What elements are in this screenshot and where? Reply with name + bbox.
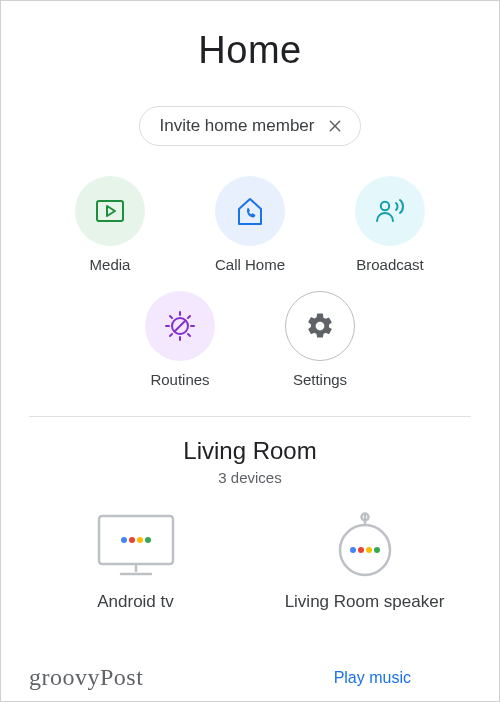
action-call-home[interactable]: Call Home	[200, 176, 300, 273]
call-home-icon	[215, 176, 285, 246]
svg-point-16	[129, 537, 135, 543]
device-android-tv[interactable]: Android tv	[36, 512, 236, 612]
invite-home-member-chip[interactable]: Invite home member	[139, 106, 362, 146]
svg-point-1	[381, 202, 389, 210]
device-living-room-speaker[interactable]: Living Room speaker	[265, 512, 465, 612]
svg-line-10	[170, 334, 172, 336]
speaker-icon	[332, 512, 398, 578]
action-label: Media	[90, 256, 131, 273]
room-title: Living Room	[1, 437, 499, 465]
svg-point-25	[374, 547, 380, 553]
action-media[interactable]: Media	[60, 176, 160, 273]
room-subtitle: 3 devices	[1, 469, 499, 486]
action-routines[interactable]: Routines	[130, 291, 230, 388]
settings-icon	[285, 291, 355, 361]
close-icon[interactable]	[324, 115, 346, 137]
device-label: Living Room speaker	[285, 592, 445, 612]
action-label: Broadcast	[356, 256, 424, 273]
svg-rect-0	[97, 201, 123, 221]
device-label: Android tv	[97, 592, 174, 612]
page-title: Home	[1, 29, 499, 72]
svg-point-15	[121, 537, 127, 543]
svg-point-23	[358, 547, 364, 553]
tv-icon	[93, 512, 179, 578]
action-label: Settings	[293, 371, 347, 388]
svg-point-17	[137, 537, 143, 543]
svg-line-3	[174, 320, 186, 332]
play-music-link[interactable]: Play music	[334, 669, 411, 687]
watermark: groovyPost	[29, 664, 143, 691]
svg-line-11	[188, 316, 190, 318]
svg-line-9	[188, 334, 190, 336]
media-icon	[75, 176, 145, 246]
svg-line-8	[170, 316, 172, 318]
action-settings[interactable]: Settings	[270, 291, 370, 388]
action-label: Call Home	[215, 256, 285, 273]
broadcast-icon	[355, 176, 425, 246]
chip-label: Invite home member	[160, 116, 315, 136]
action-label: Routines	[150, 371, 209, 388]
action-broadcast[interactable]: Broadcast	[340, 176, 440, 273]
svg-rect-12	[99, 516, 173, 564]
routines-icon	[145, 291, 215, 361]
divider	[29, 416, 471, 417]
svg-point-21	[340, 525, 390, 575]
svg-point-18	[145, 537, 151, 543]
svg-point-22	[350, 547, 356, 553]
svg-point-24	[366, 547, 372, 553]
